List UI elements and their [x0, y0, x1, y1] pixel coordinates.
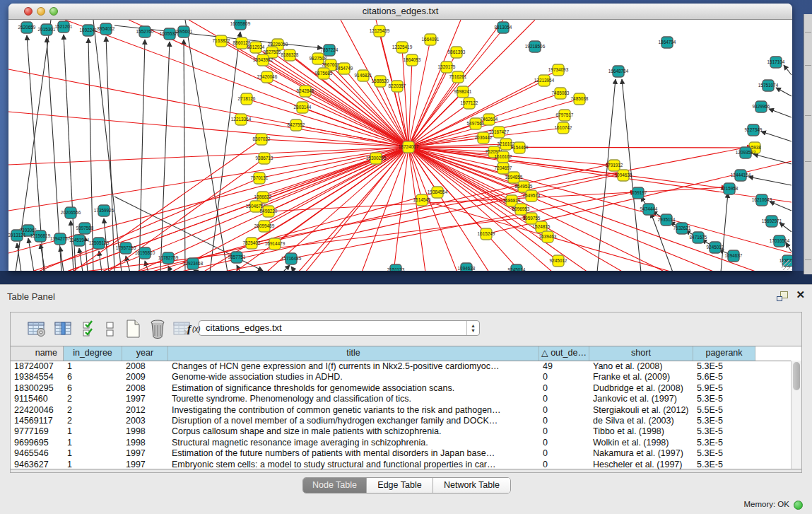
scrollbar-thumb[interactable]	[793, 362, 800, 390]
graph-node-label: 8186328	[281, 52, 299, 57]
table-select-dropdown[interactable]: citations_edges.txt ▲▼	[199, 320, 480, 336]
citation-edge-black[interactable]	[784, 65, 792, 75]
table-row[interactable]: 946362711997Embryonic stem cells: a mode…	[11, 460, 801, 470]
graph-node-label: 1517104	[767, 59, 785, 64]
tab-node-table[interactable]: Node Table	[303, 478, 367, 493]
column-header-year[interactable]: year	[122, 346, 168, 361]
citation-edge-red[interactable]	[408, 92, 463, 147]
cell-name: 9699695	[11, 438, 64, 448]
column-header-in_degree[interactable]: in_degree	[64, 346, 122, 361]
citation-edge-black[interactable]	[786, 243, 792, 252]
table-row[interactable]: 1938455462009Genome-wide association stu…	[11, 372, 801, 382]
citation-edge-black[interactable]	[93, 20, 122, 271]
table-row[interactable]: 2242004622012Investigating the contribut…	[11, 405, 801, 416]
graph-node-label: 23420046	[257, 74, 278, 79]
citation-edge-red[interactable]	[8, 147, 408, 165]
citation-edge-black[interactable]	[28, 238, 34, 271]
table-row[interactable]: 1830029562008Estimation of significance …	[11, 383, 801, 394]
cell-year: 1997	[122, 448, 168, 459]
cell-short: Nakamura et al. (1997)	[589, 448, 693, 459]
graph-node-label: 19218506	[525, 44, 546, 49]
delete-column-icon[interactable]	[147, 319, 168, 339]
citation-edge-red[interactable]	[263, 60, 408, 147]
network-window[interactable]: citations_edges.txt 18724007716382288601…	[8, 4, 792, 271]
table-row[interactable]: 977716911998Corpus callosum shape and si…	[11, 426, 801, 437]
column-header-title[interactable]: title	[168, 346, 539, 361]
minimize-window-button[interactable]	[37, 7, 45, 16]
citation-edge-red[interactable]	[408, 147, 425, 271]
citation-edge-black[interactable]	[99, 251, 102, 271]
citation-edge-black[interactable]	[761, 132, 792, 141]
select-all-icon[interactable]	[79, 319, 100, 339]
select-columns-icon[interactable]	[53, 319, 74, 339]
citation-edge-black[interactable]	[748, 177, 792, 185]
citation-edge-red[interactable]	[408, 67, 447, 147]
citation-edge-red[interactable]	[408, 147, 792, 253]
table-row[interactable]: 911546021997Tourette syndrome. Phenomeno…	[11, 394, 801, 404]
cell-title: Estimation of significance thresholds fo…	[168, 383, 539, 394]
cell-short: Tibbo et al. (1998)	[589, 426, 693, 437]
tab-edge-table[interactable]: Edge Table	[367, 478, 433, 493]
citation-edge-black[interactable]	[194, 270, 198, 271]
citation-edge-red[interactable]	[65, 158, 376, 271]
column-header-pagerank[interactable]: pagerank	[693, 346, 755, 361]
citation-edge-black[interactable]	[779, 223, 792, 232]
citation-edge-black[interactable]	[769, 109, 792, 117]
graph-node-label: 2151123	[387, 267, 405, 271]
window-resize-grip[interactable]	[782, 260, 792, 270]
graph-node-label: 9857751	[228, 255, 246, 259]
cell-short: Franke et al. (2009)	[589, 372, 693, 382]
cell-name: 18724007	[11, 361, 64, 372]
citation-edge-red[interactable]	[30, 147, 408, 271]
citation-edge-black[interactable]	[291, 267, 295, 271]
table-vertical-scrollbar[interactable]	[791, 361, 801, 469]
table-row[interactable]: 946554611997Estimation of the future num…	[11, 448, 801, 459]
node-table[interactable]: namein_degreeyeartitle△ out_de…shortpage…	[11, 346, 801, 469]
citation-edge-red[interactable]	[408, 147, 729, 189]
column-header-short[interactable]: short	[589, 346, 693, 361]
citation-edge-red[interactable]	[394, 147, 408, 271]
column-header-name[interactable]: name	[11, 346, 64, 361]
citation-edge-black[interactable]	[88, 38, 93, 271]
column-header-out_degree[interactable]: △ out_de…	[539, 346, 589, 361]
network-window-titlebar[interactable]: citations_edges.txt	[8, 4, 792, 20]
citation-edge-black[interactable]	[776, 88, 792, 96]
citation-edge-red[interactable]	[264, 147, 408, 226]
citation-edge-black[interactable]	[770, 201, 792, 211]
citation-edge-black[interactable]	[79, 248, 83, 271]
cell-in_degree: 1	[64, 448, 122, 459]
function-builder-icon[interactable]: f(x)	[185, 319, 206, 339]
citation-edge-black[interactable]	[106, 37, 114, 271]
close-panel-icon[interactable]: ✕	[796, 288, 805, 301]
table-row[interactable]: 1456911722003Disruption of a novel membe…	[11, 416, 801, 426]
cell-in_degree: 2	[64, 405, 122, 416]
float-panel-icon[interactable]	[777, 291, 788, 301]
citation-edge-red[interactable]	[275, 147, 408, 244]
cell-year: 2008	[122, 383, 168, 394]
network-view-canvas[interactable]: 1872400771638228860128891293428226058982…	[8, 20, 792, 271]
graph-node-label: 12125439	[370, 28, 390, 33]
unselect-all-icon[interactable]	[100, 319, 121, 339]
cytoscape-desktop: citations_edges.txt 18724007716382288601…	[0, 0, 812, 514]
close-window-button[interactable]	[24, 7, 33, 16]
graph-node-label: 8096953	[512, 206, 530, 211]
citation-edge-black[interactable]	[184, 40, 185, 271]
graph-node-label: 9598241	[454, 89, 472, 94]
graph-node-label: 12444154	[731, 173, 751, 177]
citation-edge-red[interactable]	[408, 147, 758, 271]
cell-year: 2003	[122, 416, 168, 426]
citation-edge-black[interactable]	[210, 32, 240, 271]
table-panel-frame: citations_edges.txt ▲▼ ">f(x) namein_deg…	[10, 312, 802, 473]
citation-network-graph[interactable]: 1872400771638228860128891293428226058982…	[8, 20, 792, 271]
table-mode-icon[interactable]	[26, 319, 47, 339]
citation-edge-black[interactable]	[40, 244, 45, 271]
table-row[interactable]: 1872400712008Changes of HCN gene express…	[11, 361, 801, 372]
table-row[interactable]: 969969511998Structural magnetic resonanc…	[11, 438, 801, 448]
citation-edge-black[interactable]	[283, 265, 290, 271]
cell-name: 9115460	[11, 394, 64, 404]
graph-node-label: 9386713	[256, 156, 273, 160]
zoom-window-button[interactable]	[49, 7, 58, 16]
graph-node-label: 16055809	[230, 21, 251, 26]
tab-network-table[interactable]: Network Table	[433, 478, 510, 493]
create-column-icon[interactable]	[122, 319, 143, 339]
